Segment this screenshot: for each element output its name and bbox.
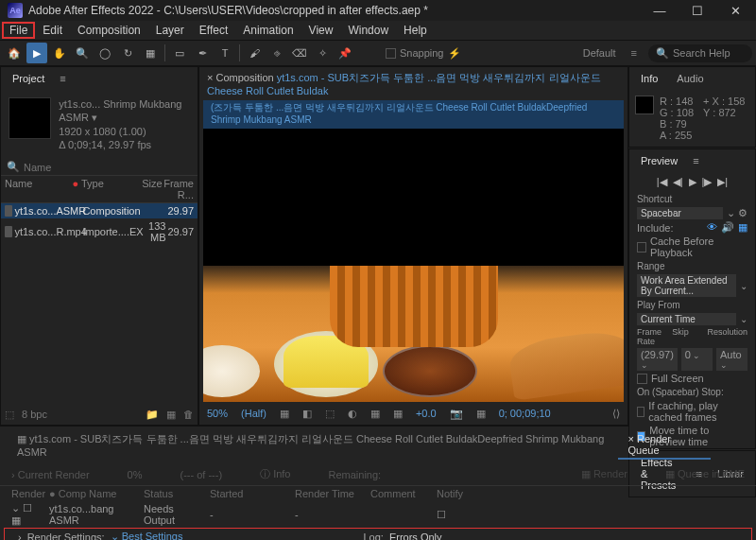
zoom-tool[interactable]: 🔍: [72, 43, 93, 63]
minimize-button[interactable]: —: [641, 0, 679, 21]
roto-tool[interactable]: ✧: [312, 43, 333, 63]
camera-tool[interactable]: ▦: [140, 43, 161, 63]
orbit-tool[interactable]: ◯: [94, 43, 115, 63]
play-icon[interactable]: ▶: [689, 176, 696, 188]
selection-tool[interactable]: ▶: [26, 43, 47, 63]
close-button[interactable]: ✕: [716, 0, 754, 21]
trash-icon[interactable]: 🗑: [183, 409, 194, 421]
comp-subpath[interactable]: (즈가득 두툼한 ...음면 먹방 새우튀김까지 리얼사운드 Cheese Ro…: [203, 100, 624, 129]
channels-icon[interactable]: ▦: [476, 408, 486, 420]
pen-tool[interactable]: ✒: [192, 43, 213, 63]
workspace-dropdown[interactable]: Default: [579, 46, 620, 60]
preview-res-dropdown[interactable]: Auto ⌄: [716, 348, 747, 371]
col-notify: Notify: [433, 488, 467, 499]
timeline-comp-tab[interactable]: ▦ yt1s.com - SUB치즈가득 두툼한 ...음면 먹방 새우튀김까지…: [8, 430, 614, 460]
framerate-dropdown[interactable]: (29.97) ⌄: [637, 348, 678, 371]
shortcut-dropdown[interactable]: Spacebar: [637, 207, 723, 219]
skip-dropdown[interactable]: 0 ⌄: [681, 348, 713, 371]
brackets-icon[interactable]: ⟨⟩: [612, 408, 620, 420]
render-settings-link[interactable]: ⌄ Best Settings: [111, 531, 183, 540]
render-button[interactable]: ▦ Render: [581, 468, 627, 480]
info-a: A : 255: [660, 130, 694, 141]
menu-composition[interactable]: Composition: [70, 22, 148, 39]
audio-tab[interactable]: Audio: [673, 71, 707, 86]
include-video-icon[interactable]: 👁: [707, 221, 717, 234]
menu-view[interactable]: View: [301, 22, 341, 39]
region-icon[interactable]: ⬚: [325, 408, 335, 420]
menu-layer[interactable]: Layer: [148, 22, 192, 39]
queue-ame-button[interactable]: ▦ Queue in AME: [665, 468, 745, 480]
interpret-icon[interactable]: ⬚: [5, 409, 14, 421]
col-framerate[interactable]: Frame R...: [163, 178, 194, 200]
comp-icon: [5, 205, 12, 217]
last-frame-icon[interactable]: ▶|: [717, 176, 728, 188]
info-tab[interactable]: Info: [637, 71, 662, 86]
transparency-icon[interactable]: ◐: [348, 408, 357, 420]
zoom-dropdown[interactable]: 50%: [207, 408, 228, 419]
log-dropdown[interactable]: Errors Only: [389, 531, 442, 541]
color-swatch: [635, 96, 654, 114]
resolution-label: Resolution: [707, 327, 747, 346]
home-icon[interactable]: 🏠: [4, 43, 25, 63]
resolution-dropdown[interactable]: (Half): [241, 408, 266, 419]
render-percent: 0%: [128, 469, 143, 480]
project-tab[interactable]: Project: [9, 71, 48, 86]
color-depth[interactable]: 8 bpc: [22, 409, 47, 421]
col-size[interactable]: Size: [127, 178, 163, 200]
onstop-cache-toggle[interactable]: If caching, play cached frames: [629, 399, 755, 424]
next-frame-icon[interactable]: |▶: [702, 176, 713, 188]
snapping-toggle[interactable]: Snapping ⚡: [386, 47, 461, 60]
right-panels: InfoAudio R : 148 G : 108 B : 79 A : 255…: [628, 66, 756, 426]
menu-animation[interactable]: Animation: [235, 22, 301, 39]
col-name[interactable]: Name: [5, 178, 72, 200]
playfrom-dropdown[interactable]: Current Time: [637, 313, 736, 325]
rectangle-tool[interactable]: ▭: [169, 43, 190, 63]
fullscreen-toggle[interactable]: Full Screen: [629, 372, 755, 385]
footage-thumbnail[interactable]: [9, 97, 51, 139]
brush-tool[interactable]: 🖌: [244, 43, 265, 63]
include-audio-icon[interactable]: 🔊: [721, 221, 734, 234]
render-info-button[interactable]: ⓘ Info: [260, 467, 290, 481]
hand-tool[interactable]: ✋: [49, 43, 70, 63]
rotation-tool[interactable]: ↻: [117, 43, 138, 63]
composition-tab[interactable]: Composition: [215, 72, 273, 83]
remaining-label: Remaining:: [328, 469, 381, 480]
menu-file[interactable]: File: [2, 22, 35, 39]
footage-duration: Δ 0;09;14, 29.97 fps: [59, 138, 190, 151]
mask-icon[interactable]: ◧: [302, 408, 312, 420]
search-help-input[interactable]: 🔍 Search Help: [648, 44, 752, 62]
prev-frame-icon[interactable]: ◀|: [673, 176, 683, 188]
clone-tool[interactable]: ⎆: [266, 43, 287, 63]
renderer-icon[interactable]: ▦: [393, 408, 403, 420]
3d-icon[interactable]: ▦: [370, 408, 380, 420]
eraser-tool[interactable]: ⌫: [289, 43, 310, 63]
include-overlay-icon[interactable]: ▦: [738, 221, 747, 234]
menu-window[interactable]: Window: [340, 22, 396, 39]
new-folder-icon[interactable]: 📁: [146, 409, 159, 421]
col-type[interactable]: ● Type: [72, 178, 126, 200]
first-frame-icon[interactable]: |◀: [657, 176, 667, 188]
panel-menu-icon[interactable]: ≡: [627, 46, 641, 60]
viewer[interactable]: [203, 129, 624, 402]
include-label: Include:: [637, 222, 674, 234]
maximize-button[interactable]: ☐: [679, 0, 716, 21]
menu-effect[interactable]: Effect: [192, 22, 235, 39]
render-item-row[interactable]: ⌄ ☐ ▦ yt1s.co...bang ASMR Needs Output -…: [0, 501, 756, 528]
project-search[interactable]: 🔍: [1, 159, 198, 175]
render-queue-tab[interactable]: × Render Queue: [618, 431, 711, 460]
puppet-tool[interactable]: 📌: [335, 43, 355, 63]
range-dropdown[interactable]: Work Area Extended By Current...: [637, 274, 736, 297]
cache-before-toggle[interactable]: Cache Before Playback: [629, 235, 755, 259]
preview-tab[interactable]: Preview: [637, 153, 681, 168]
grid-icon[interactable]: ▦: [280, 408, 289, 420]
text-tool[interactable]: T: [215, 43, 235, 63]
project-row[interactable]: yt1s.co...R.mp4 Importe....EX 133 MB 29.…: [1, 218, 198, 245]
snapshot-icon[interactable]: 📷: [450, 408, 463, 420]
current-time[interactable]: 0; 00;09;10: [499, 408, 551, 419]
menu-help[interactable]: Help: [396, 22, 435, 39]
new-comp-icon[interactable]: ▦: [166, 409, 176, 421]
composition-panel: × Composition yt1s.com - SUB치즈가득 두툼한 ...…: [198, 66, 628, 426]
project-row[interactable]: yt1s.co...ASMR Composition 29.97: [1, 203, 198, 218]
menu-edit[interactable]: Edit: [35, 22, 70, 39]
exposure-value[interactable]: +0.0: [416, 408, 437, 419]
